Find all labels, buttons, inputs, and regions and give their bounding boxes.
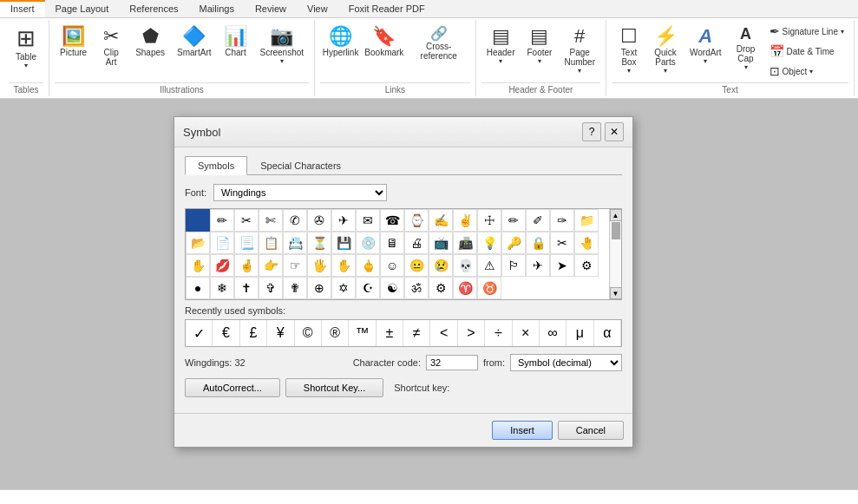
symbol-cell[interactable]: 🖐 <box>307 254 331 277</box>
from-select[interactable]: Symbol (decimal) Unicode (hex) ASCII (de… <box>510 354 622 371</box>
recent-cell[interactable]: ÷ <box>485 320 512 346</box>
symbol-cell[interactable]: 🤞 <box>234 254 259 277</box>
character-code-input[interactable] <box>426 355 478 370</box>
tab-foxit[interactable]: Foxit Reader PDF <box>338 0 436 17</box>
symbol-cell[interactable]: ☩ <box>477 209 501 232</box>
picture-button[interactable]: 🖼️ Picture <box>55 22 92 61</box>
object-button[interactable]: ⊡ Object ▾ <box>765 62 849 81</box>
recent-cell[interactable]: © <box>295 320 322 346</box>
recent-cell[interactable]: ™ <box>349 320 376 346</box>
symbol-cell[interactable]: ☪ <box>356 277 380 299</box>
quick-parts-button[interactable]: ⚡ QuickParts ▾ <box>648 22 683 78</box>
symbol-cell[interactable]: ✡ <box>331 277 356 299</box>
drop-cap-button[interactable]: A DropCap ▾ <box>729 22 763 75</box>
recent-cell[interactable]: ¥ <box>267 320 294 346</box>
recent-cell[interactable]: £ <box>240 320 267 346</box>
insert-button[interactable]: Insert <box>492 421 553 440</box>
date-time-button[interactable]: 📅 Date & Time <box>765 42 849 61</box>
autocorrect-button[interactable]: AutoCorrect... <box>185 378 280 397</box>
cross-reference-button[interactable]: 🔗 Cross-reference <box>408 22 470 64</box>
symbol-cell[interactable]: ✂ <box>234 209 259 232</box>
recent-cell[interactable]: ∞ <box>540 320 567 346</box>
symbol-cell[interactable]: ✈ <box>526 254 550 277</box>
symbol-cell[interactable]: ✐ <box>526 209 550 232</box>
symbol-cell[interactable]: ❄ <box>210 277 234 299</box>
scroll-down-button[interactable]: ▼ <box>610 287 622 299</box>
recent-cell[interactable]: > <box>458 320 485 346</box>
symbol-cell[interactable]: 📺 <box>429 232 453 254</box>
font-select[interactable]: Wingdings Symbol Webdings Arial <box>213 184 387 201</box>
chart-button[interactable]: 📊 Chart <box>219 22 253 61</box>
tab-symbols[interactable]: Symbols <box>185 156 247 175</box>
symbol-cell[interactable]: 🖨 <box>404 232 429 254</box>
symbol-cell[interactable]: ➤ <box>550 254 574 277</box>
scroll-up-button[interactable]: ▲ <box>610 209 622 221</box>
symbol-cell[interactable]: 💾 <box>331 232 356 254</box>
symbol-cell[interactable]: ✉ <box>356 209 380 232</box>
symbol-cell[interactable]: ⚠ <box>477 254 501 277</box>
help-button[interactable]: ? <box>582 122 601 141</box>
symbol-cell[interactable]: 🔑 <box>501 232 526 254</box>
close-button[interactable]: ✕ <box>605 122 624 141</box>
recent-cell[interactable]: ± <box>377 320 403 346</box>
bookmark-button[interactable]: 🔖 Bookmark <box>363 22 406 61</box>
symbol-cell[interactable]: ✍ <box>429 209 453 232</box>
symbol-cell[interactable]: 📋 <box>259 232 283 254</box>
symbol-cell[interactable]: 📠 <box>453 232 477 254</box>
symbol-cell[interactable]: ⚙ <box>574 254 599 277</box>
symbol-cell[interactable]: 💿 <box>356 232 380 254</box>
text-box-button[interactable]: ☐ TextBox ▾ <box>612 22 646 78</box>
scrollbar-thumb[interactable] <box>612 222 620 239</box>
symbol-cell[interactable]: ⚙ <box>429 277 453 299</box>
tab-special-characters[interactable]: Special Characters <box>247 156 354 174</box>
screenshot-button[interactable]: 📷 Screenshot ▾ <box>255 22 310 69</box>
symbol-cell[interactable]: ☯ <box>380 277 404 299</box>
symbol-cell[interactable]: 😢 <box>429 254 453 277</box>
symbol-cell[interactable]: ✈ <box>331 209 356 232</box>
shortcut-key-button[interactable]: Shortcut Key... <box>285 378 383 397</box>
smartart-button[interactable]: 🔷 SmartArt <box>172 22 216 61</box>
symbol-cell[interactable] <box>186 209 210 232</box>
symbol-cell[interactable]: ✏ <box>501 209 526 232</box>
recent-cell[interactable]: ≠ <box>403 320 430 346</box>
symbol-cell[interactable]: ⏳ <box>307 232 331 254</box>
recent-cell[interactable]: < <box>430 320 457 346</box>
footer-button[interactable]: ▤ Footer ▾ <box>522 22 558 69</box>
header-button[interactable]: ▤ Header ▾ <box>481 22 521 69</box>
symbol-cell[interactable]: 💡 <box>477 232 501 254</box>
symbol-cell[interactable]: 📃 <box>234 232 259 254</box>
tab-mailings[interactable]: Mailings <box>189 0 245 17</box>
symbol-cell[interactable]: ✂ <box>550 232 574 254</box>
symbol-cell[interactable]: 👉 <box>259 254 283 277</box>
symbol-cell[interactable]: ✟ <box>283 277 307 299</box>
symbol-cell[interactable]: 📇 <box>283 232 307 254</box>
symbol-cell[interactable]: 💀 <box>453 254 477 277</box>
cancel-button[interactable]: Cancel <box>558 421 624 440</box>
recent-cell[interactable]: ✓ <box>186 320 213 346</box>
symbol-cell[interactable]: ✆ <box>283 209 307 232</box>
symbol-cell[interactable]: ✄ <box>259 209 283 232</box>
symbol-cell[interactable]: ✝ <box>234 277 259 299</box>
symbol-cell[interactable]: ✋ <box>186 254 210 277</box>
hyperlink-button[interactable]: 🌐 Hyperlink <box>320 22 361 61</box>
recent-cell[interactable]: € <box>213 320 239 346</box>
recent-cell[interactable]: × <box>513 320 540 346</box>
wordart-button[interactable]: A WordArt ▾ <box>684 22 727 69</box>
symbol-cell[interactable]: ☺ <box>380 254 404 277</box>
symbol-cell[interactable]: 📁 <box>574 209 599 232</box>
page-number-button[interactable]: # PageNumber ▾ <box>559 22 600 78</box>
symbol-cell[interactable]: ✌ <box>453 209 477 232</box>
recent-cell[interactable]: α <box>594 320 621 346</box>
symbol-cell[interactable]: ♉ <box>477 277 501 299</box>
symbol-cell[interactable]: 🖕 <box>356 254 380 277</box>
symbol-cell[interactable]: ✏ <box>210 209 234 232</box>
symbol-cell[interactable]: 📄 <box>210 232 234 254</box>
symbol-cell[interactable]: 😐 <box>404 254 429 277</box>
symbol-cell[interactable]: 🔒 <box>526 232 550 254</box>
tab-review[interactable]: Review <box>245 0 297 17</box>
symbol-cell[interactable]: ⌚ <box>404 209 429 232</box>
signature-line-button[interactable]: ✒ Signature Line ▾ <box>765 22 849 41</box>
symbol-cell[interactable]: 🏳 <box>501 254 526 277</box>
shapes-button[interactable]: ⬟ Shapes <box>130 22 170 61</box>
symbol-cell[interactable]: ✇ <box>307 209 331 232</box>
